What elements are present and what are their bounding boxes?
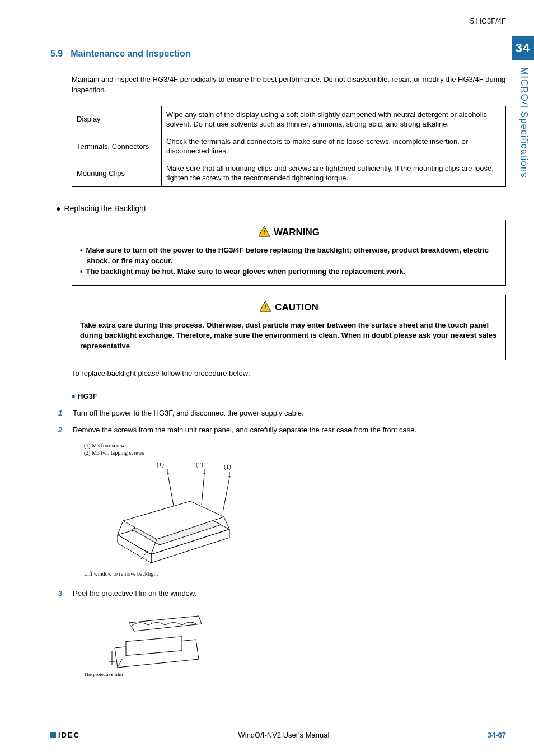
step-text: Remove the screws from the main unit rea… <box>73 425 416 435</box>
table-cell-desc: Make sure that all mounting clips and sc… <box>162 160 506 186</box>
caution-header: ! CAUTION <box>80 301 498 315</box>
warning-box: ! WARNING Make sure to turn off the powe… <box>72 220 506 286</box>
breadcrumb: 5 HG3F/4F <box>50 17 506 25</box>
svg-line-18 <box>168 474 174 506</box>
table-row: Mounting Clips Make sure that all mounti… <box>72 160 506 186</box>
step-number: 1 <box>58 408 66 418</box>
model-heading: ■HG3F <box>72 392 506 400</box>
footer-center: WindO/I-NV2 User's Manual <box>238 731 329 739</box>
svg-text:!: ! <box>264 303 266 311</box>
intro-paragraph: Maintain and inspect the HG3/4F periodic… <box>72 74 506 96</box>
figure-annotation: The protective film <box>84 671 123 677</box>
table-cell-desc: Check the terminals and connectors to ma… <box>162 133 506 160</box>
table-cell-label: Terminals, Connectors <box>72 133 162 160</box>
caution-icon: ! <box>259 301 271 315</box>
caution-body: Take extra care during this process. Oth… <box>80 320 498 352</box>
maintenance-table: Display Wipe any stain of the display us… <box>72 106 506 187</box>
warning-label: WARNING <box>274 227 320 238</box>
step-text: Peel the protective film on the window. <box>73 589 196 599</box>
step-number: 2 <box>58 425 66 435</box>
step: 1 Turn off the power to the HG3F, and di… <box>58 408 506 418</box>
step-number: 3 <box>58 589 66 599</box>
figure-annotation: (1) <box>224 463 231 470</box>
figure-annotation: (2) <box>196 461 203 468</box>
figure-annotation: (1) <box>157 461 164 468</box>
figure-caption: (1) M3 four screws <box>84 442 506 449</box>
chapter-tab: 34 <box>512 36 534 60</box>
device-diagram-icon: (1) (2) (1) <box>84 456 252 568</box>
caution-label: CAUTION <box>275 302 318 313</box>
header-rule <box>50 29 506 29</box>
svg-text:!: ! <box>263 228 265 236</box>
footer-logo: IDEC <box>50 731 80 739</box>
table-cell-label: Display <box>72 106 162 133</box>
replace-intro: To replace backlight please follow the p… <box>72 369 506 377</box>
svg-line-9 <box>118 521 123 535</box>
table-cell-label: Mounting Clips <box>72 160 162 186</box>
model-name: HG3F <box>78 392 97 400</box>
backlight-heading: Replacing the Backlight <box>56 204 506 213</box>
square-bullet-icon: ■ <box>72 393 75 399</box>
figure-2: The protective film <box>84 606 506 680</box>
section-title: 5.9 Maintenance and Inspection <box>50 49 506 62</box>
warning-icon: ! <box>258 226 270 240</box>
table-row: Display Wipe any stain of the display us… <box>72 106 506 133</box>
idec-logo-icon <box>50 732 56 738</box>
film-diagram-icon: The protective film <box>84 606 207 679</box>
footer-logo-text: IDEC <box>58 731 80 739</box>
svg-marker-22 <box>129 616 202 631</box>
warning-item: The backlight may be hot. Make sure to w… <box>80 267 498 277</box>
figure-caption: (2) M3 two tapping screws <box>84 449 506 456</box>
step-text: Turn off the power to the HG3F, and disc… <box>73 408 304 418</box>
step: 3 Peel the protective film on the window… <box>58 589 506 599</box>
figure-bottom-caption: Lift window to remove backlight <box>84 570 506 577</box>
svg-line-19 <box>202 474 204 505</box>
chapter-side-label: MICRO/I Specifications <box>518 67 530 178</box>
table-row: Terminals, Connectors Check the terminal… <box>72 133 506 160</box>
figure-1: (1) M3 four screws (2) M3 two tapping sc… <box>84 442 506 577</box>
section-heading: Maintenance and Inspection <box>71 49 190 59</box>
page-footer: IDEC WindO/I-NV2 User's Manual 34-67 <box>50 727 506 739</box>
svg-line-20 <box>223 478 229 512</box>
warning-item: Make sure to turn off the power to the H… <box>80 245 498 267</box>
table-cell-desc: Wipe any stain of the display using a so… <box>162 106 506 133</box>
caution-box: ! CAUTION Take extra care during this pr… <box>72 295 506 361</box>
footer-page: 34-67 <box>488 731 506 739</box>
step: 2 Remove the screws from the main unit r… <box>58 425 506 435</box>
page-number: 34-67 <box>488 731 506 739</box>
section-number: 5.9 <box>50 49 63 59</box>
warning-header: ! WARNING <box>80 226 498 240</box>
